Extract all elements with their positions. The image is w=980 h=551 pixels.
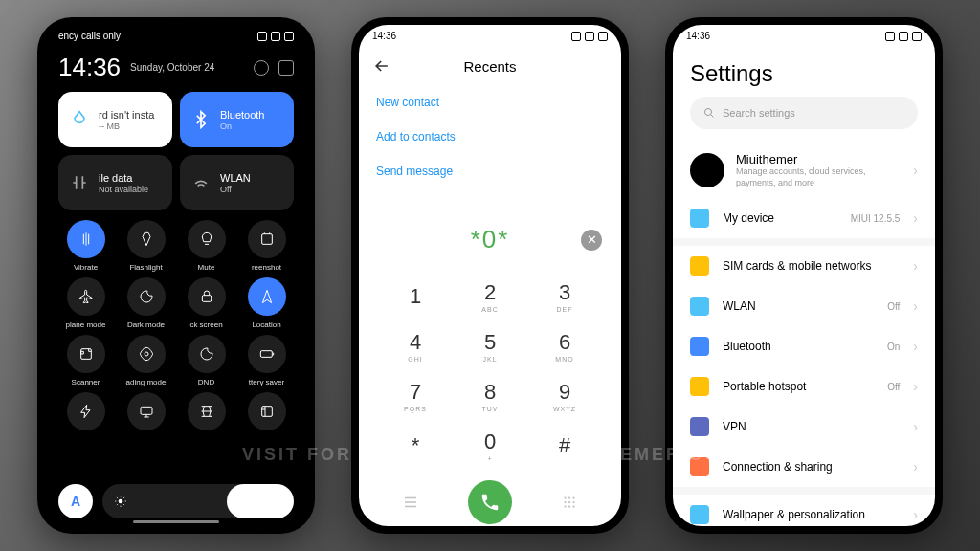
- key-1[interactable]: 1: [378, 272, 453, 321]
- key-5[interactable]: 5JKL: [453, 321, 527, 371]
- toggle-item[interactable]: [58, 392, 113, 435]
- toggle-label: ading mode: [126, 378, 167, 386]
- toggle-icon: [78, 289, 94, 304]
- profile-subtitle: Manage accounts, cloud services, payment…: [736, 166, 902, 188]
- item-icon: [690, 377, 709, 396]
- key-7[interactable]: 7PQRS: [378, 371, 453, 421]
- toggle-reenshot[interactable]: reenshot: [239, 220, 294, 272]
- alarm-icon: [885, 32, 895, 41]
- chevron-right-icon: ›: [913, 507, 918, 522]
- status-text: ency calls only: [58, 31, 121, 41]
- action-link[interactable]: Send message: [376, 154, 604, 188]
- toggle-Location[interactable]: Location: [239, 277, 294, 329]
- svg-point-3: [145, 352, 148, 356]
- toggle-label: ttery saver: [249, 378, 284, 386]
- separator: [673, 238, 935, 246]
- toggle-item[interactable]: [119, 392, 173, 435]
- date: Sunday, October 24: [130, 62, 214, 73]
- toggle-label: reenshot: [252, 263, 281, 272]
- settings-item[interactable]: BluetoothOn›: [673, 326, 935, 366]
- toggle-Mute[interactable]: Mute: [179, 220, 234, 272]
- toggle-Dark mode[interactable]: Dark mode: [119, 277, 173, 329]
- item-icon: [690, 209, 709, 228]
- item-icon: [690, 337, 709, 356]
- brightness-slider[interactable]: [102, 484, 294, 518]
- item-label: WLAN: [723, 299, 874, 313]
- edit-icon[interactable]: [278, 60, 294, 76]
- search-input[interactable]: Search settings: [690, 97, 918, 129]
- key-4[interactable]: 4GHI: [378, 321, 453, 371]
- settings-icon[interactable]: [254, 60, 269, 76]
- clear-button[interactable]: ✕: [581, 230, 602, 251]
- item-icon: [690, 256, 709, 276]
- toggle-label: ck screen: [189, 320, 222, 329]
- toggle-icon: [259, 404, 275, 419]
- item-label: Bluetooth: [723, 340, 874, 353]
- key-6[interactable]: 6MNO: [527, 321, 602, 371]
- call-button[interactable]: [468, 480, 512, 524]
- svg-point-15: [568, 505, 570, 507]
- toggle-Flashlight[interactable]: Flashlight: [119, 220, 173, 272]
- back-icon[interactable]: [372, 56, 391, 76]
- toggle-ck screen[interactable]: ck screen: [179, 277, 234, 329]
- key-2[interactable]: 2ABC: [453, 272, 527, 321]
- search-placeholder: Search settings: [723, 107, 795, 119]
- auto-brightness-button[interactable]: A: [58, 484, 93, 518]
- settings-item[interactable]: My deviceMIUI 12.5.5›: [673, 198, 935, 238]
- key-#[interactable]: #: [527, 421, 602, 471]
- svg-rect-1: [202, 296, 211, 302]
- key-9[interactable]: 9WXYZ: [527, 371, 602, 421]
- svg-point-13: [572, 501, 574, 503]
- toggle-Vibrate[interactable]: Vibrate: [58, 220, 113, 272]
- settings-item[interactable]: Connection & sharing›: [673, 447, 935, 487]
- item-value: On: [887, 342, 900, 352]
- sun-icon: [114, 495, 127, 508]
- item-label: SIM cards & mobile networks: [723, 259, 886, 273]
- tile-bluetooth[interactable]: BluetoothOn: [180, 92, 294, 147]
- action-link[interactable]: Add to contacts: [376, 120, 604, 154]
- dialpad-icon[interactable]: [561, 494, 578, 511]
- item-icon: [690, 505, 709, 524]
- chevron-right-icon: ›: [913, 339, 918, 354]
- toggle-item[interactable]: [239, 392, 294, 435]
- toggle-icon: [259, 231, 275, 247]
- item-icon: [690, 417, 709, 436]
- status-bar: 14:36: [359, 25, 621, 47]
- action-link[interactable]: New contact: [376, 85, 604, 120]
- signal-icon: [271, 32, 280, 41]
- toggle-plane mode[interactable]: plane mode: [58, 277, 113, 329]
- settings-item[interactable]: SIM cards & mobile networks›: [673, 246, 935, 286]
- toggle-DND[interactable]: DND: [179, 335, 234, 386]
- phone-control-center: ency calls only 14:36 Sunday, October 24…: [37, 17, 315, 534]
- menu-icon[interactable]: [402, 494, 419, 511]
- signal-icon: [585, 32, 594, 41]
- settings-item[interactable]: Wallpaper & personalization›: [673, 495, 935, 526]
- settings-item[interactable]: Portable hotspotOff›: [673, 366, 935, 407]
- toggle-item[interactable]: [179, 392, 234, 435]
- item-value: Off: [887, 382, 900, 392]
- tile-wlan[interactable]: WLANOff: [180, 155, 294, 210]
- phone-icon: [479, 492, 501, 513]
- svg-point-14: [564, 505, 566, 507]
- tile-sim-card[interactable]: rd isn't insta-- MB: [58, 92, 172, 147]
- key-*[interactable]: *: [378, 421, 453, 471]
- profile-row[interactable]: Miuithemer Manage accounts, cloud servic…: [673, 143, 935, 198]
- settings-item[interactable]: VPN›: [673, 407, 935, 447]
- toggle-icon: [78, 231, 94, 247]
- battery-icon: [912, 32, 922, 41]
- tile-mobile-data[interactable]: ile dataNot available: [58, 155, 172, 210]
- nav-bar[interactable]: [133, 520, 219, 523]
- key-8[interactable]: 8TUV: [453, 371, 527, 421]
- toggle-Scanner[interactable]: Scanner: [58, 335, 113, 386]
- clock: 14:36: [58, 53, 121, 82]
- toggle-ading mode[interactable]: ading mode: [119, 335, 173, 386]
- key-3[interactable]: 3DEF: [527, 272, 602, 321]
- page-title: Recents: [391, 58, 589, 75]
- item-icon: [690, 297, 709, 316]
- dial-input: *0*: [471, 225, 510, 254]
- toggle-ttery saver[interactable]: ttery saver: [239, 335, 294, 386]
- toggle-label: DND: [198, 378, 214, 386]
- key-0[interactable]: 0+: [453, 421, 527, 471]
- settings-item[interactable]: WLANOff›: [673, 286, 935, 326]
- toggle-icon: [139, 346, 154, 362]
